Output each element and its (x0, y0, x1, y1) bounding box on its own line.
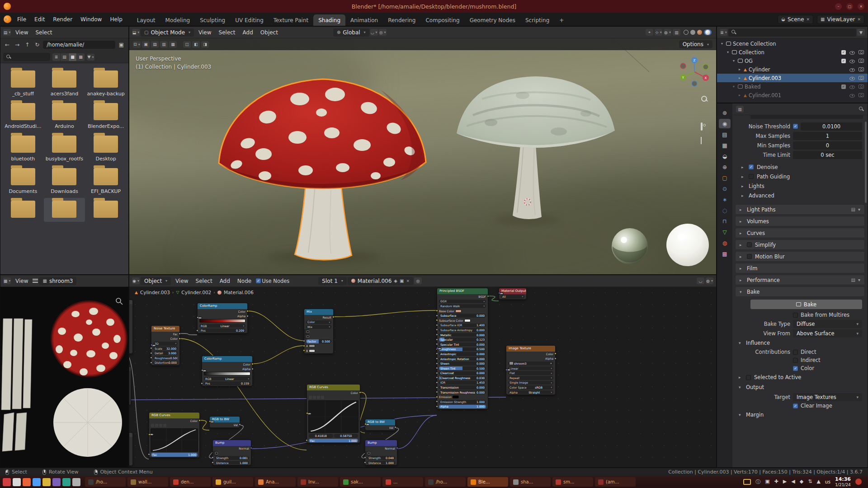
input-socket[interactable] (436, 386, 438, 389)
node-row-color[interactable]: Color (365, 423, 370, 426)
disclosure-arrow[interactable]: ▾ (726, 50, 730, 54)
input-socket[interactable] (436, 352, 438, 355)
input-socket[interactable] (436, 367, 438, 369)
xray-toggle-icon[interactable]: ▥ (673, 29, 680, 36)
panel-light-paths[interactable]: ▸Light Paths▤▾ (735, 204, 865, 215)
taskbar-window-item[interactable]: ... (382, 477, 423, 487)
view-layer-selector[interactable]: ▦ ViewLayer ✕ (817, 15, 864, 24)
node-editor-menu-node[interactable]: Node (234, 277, 255, 285)
node-row-color[interactable]: Color (149, 418, 199, 423)
folder-documents[interactable]: Documents (2, 165, 44, 195)
node-row-distortion[interactable]: Distortion0.000 (151, 361, 179, 366)
node-row-normal[interactable]: Normal (213, 446, 251, 451)
max-samples-field[interactable]: 1 (793, 132, 862, 140)
menu-window[interactable]: Window (76, 15, 106, 24)
node-row-color[interactable]: Color (307, 390, 360, 395)
folder-desktop[interactable]: Desktop (85, 133, 127, 163)
chevron-down-icon[interactable]: ▾ (858, 207, 860, 212)
node-row-rgb[interactable]: RGBLinear (198, 324, 247, 328)
workspace-tab-texture-paint[interactable]: Texture Paint (269, 14, 313, 26)
folder-anakey-backup[interactable]: anakey-backup (85, 68, 127, 98)
input-socket[interactable] (364, 423, 367, 425)
hamburger-icon[interactable] (33, 279, 38, 283)
ortho-toggle-icon[interactable] (701, 137, 702, 144)
world-properties-tab[interactable]: ⊕ (719, 162, 731, 172)
input-socket[interactable] (303, 349, 305, 352)
node-row-single-image[interactable]: Single Image (506, 380, 555, 385)
scene-properties-tab[interactable]: ◒ (719, 151, 731, 161)
margin-subpanel-header[interactable]: ▾ Margin (732, 410, 868, 420)
taskbar-window-ble[interactable]: Ble... (467, 477, 508, 487)
overlay-icon[interactable]: ◍ (706, 277, 713, 284)
node-editor-menu-select[interactable]: Select (192, 277, 216, 285)
file-browser-menu-view[interactable]: View (12, 28, 32, 37)
folder-blenderexpo[interactable]: BlenderExpo... (85, 100, 127, 130)
outliner-row-cylinder[interactable]: ▸▲Cylinder (717, 65, 868, 74)
view-layer-properties-tab[interactable]: ▦ (719, 141, 731, 150)
editor-type-icon[interactable]: ▦ (3, 277, 11, 284)
node-row-alpha[interactable]: Alpha (506, 357, 555, 361)
folder-partial[interactable] (2, 198, 44, 222)
node-row-alpha[interactable]: Alpha (202, 367, 252, 372)
up-icon[interactable]: ↑ (23, 41, 31, 48)
tool-option-icon[interactable]: ▦ (169, 41, 177, 48)
node-row-alpha[interactable]: AlphaStraight (506, 390, 555, 395)
selectability-icon[interactable]: ⌖ (646, 29, 653, 36)
outliner-row-scene-collection[interactable]: ▾Scene Collection (717, 39, 868, 48)
input-socket[interactable] (436, 328, 438, 331)
overlays-toggle-icon[interactable]: ◍ (664, 29, 671, 36)
node-row-ior[interactable]: IOR1.450 (437, 380, 488, 385)
options-button[interactable]: Options (679, 40, 712, 48)
input-socket[interactable] (436, 396, 438, 398)
workspace-tab-scripting[interactable]: Scripting (520, 14, 554, 26)
include-checkbox[interactable] (841, 59, 846, 63)
volume-tray-icon[interactable]: ◀ (791, 479, 795, 485)
workspace-tab-layout[interactable]: Layout (132, 14, 160, 26)
input-socket[interactable] (436, 381, 438, 384)
node-rgb-to-bw[interactable]: RGB to BWValColor (209, 416, 240, 428)
node-row-clamp-result[interactable]: Clamp Result (304, 329, 309, 334)
node-row-emission-strength[interactable]: Emission Strength1.000 (437, 399, 488, 404)
viewport-menu-object[interactable]: Object (257, 28, 282, 37)
presets-icon[interactable]: ▤ (851, 207, 855, 212)
node-row-vector[interactable]: Vector (151, 344, 156, 347)
launcher-mail-icon[interactable] (33, 478, 41, 486)
output-socket[interactable] (179, 338, 181, 340)
panel-film[interactable]: ▸Film (735, 263, 865, 273)
node-row-b[interactable]: B (304, 348, 333, 353)
node-header[interactable]: ColorRamp (198, 303, 247, 309)
node-header[interactable]: RGB Curves (149, 413, 199, 418)
new-folder-icon[interactable]: ▣ (117, 41, 126, 48)
folder-arduino[interactable]: Arduino (44, 100, 85, 130)
input-socket[interactable] (436, 338, 438, 341)
node-header[interactable]: Noise Texture (151, 326, 179, 332)
display-thumb2-icon[interactable]: ▩ (77, 53, 85, 61)
clear-image-checkbox[interactable] (793, 404, 798, 408)
properties-nav-icon[interactable]: ▥ (736, 106, 744, 113)
viewport-scene[interactable] (129, 27, 716, 274)
taskbar-window-ana[interactable]: Ana... (255, 477, 296, 487)
navigation-gizmo[interactable]: Z X Y (677, 55, 712, 89)
editor-type-icon[interactable]: ≣ (720, 29, 727, 36)
input-socket[interactable] (197, 316, 199, 319)
breadcrumb-item[interactable]: Cylinder.002 (181, 290, 211, 295)
node-mix[interactable]: MixResultColorMixClamp ResultClamp Facto… (304, 309, 334, 354)
workspace-tab-uv-editing[interactable]: UV Editing (230, 14, 269, 26)
image-editor-view-menu[interactable]: View (12, 277, 32, 285)
node-row-color[interactable]: Color (307, 413, 311, 415)
unlink-view-layer-icon[interactable]: ✕ (857, 17, 861, 22)
launcher-media-icon[interactable] (62, 478, 71, 486)
workspace-tab-geometry-nodes[interactable]: Geometry Nodes (465, 14, 520, 26)
disclosure-arrow[interactable]: ▸ (737, 67, 742, 71)
node-header[interactable]: ColorRamp (202, 356, 252, 362)
node-row-roughness[interactable]: Roughness0.500 (437, 347, 488, 352)
refresh-icon[interactable]: ↻ (33, 41, 41, 48)
folder-partial[interactable] (44, 198, 85, 222)
display-thumb-icon[interactable]: ▦ (69, 53, 76, 61)
workspace-tab-rendering[interactable]: Rendering (383, 14, 420, 26)
node-row-color[interactable]: Color (198, 309, 247, 314)
node-row-specular[interactable]: Specular0.123 (437, 337, 488, 342)
slot-selector[interactable]: Slot 1 (318, 277, 346, 285)
render-camera-icon[interactable] (859, 84, 864, 89)
node-bump[interactable]: BumpNormalInvertStrength0.081Distance1.0… (212, 440, 251, 465)
